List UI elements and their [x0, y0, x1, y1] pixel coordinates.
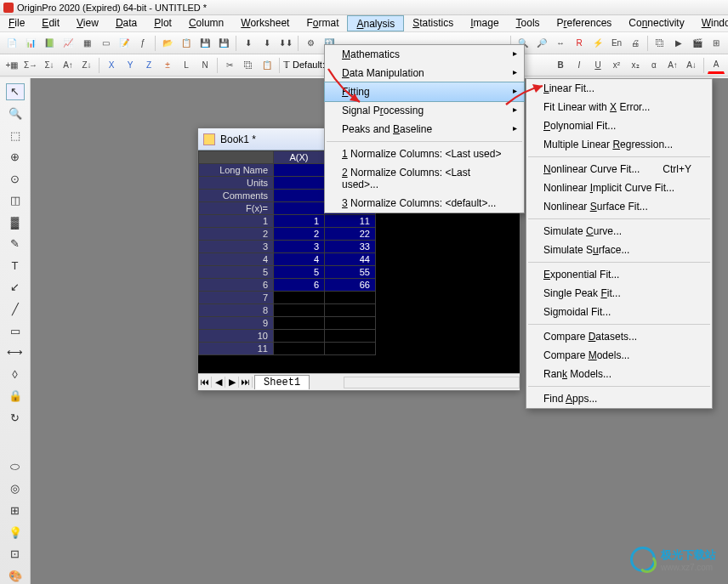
nav-first-icon[interactable]: ⏮: [198, 377, 212, 388]
paste-icon[interactable]: 📋: [259, 57, 276, 74]
new-graph-icon[interactable]: 📈: [60, 35, 77, 52]
row-3[interactable]: 3: [199, 241, 274, 253]
menu-preferences[interactable]: Preferences: [549, 15, 621, 31]
sort-asc-icon[interactable]: A↑: [60, 57, 77, 74]
row-comments[interactable]: Comments: [199, 190, 274, 202]
menu-statistics[interactable]: Statistics: [404, 15, 462, 31]
stat-cols-icon[interactable]: Σ↓: [41, 57, 58, 74]
col-a-header[interactable]: A(X): [274, 151, 325, 164]
menu-tools[interactable]: Tools: [508, 15, 549, 31]
menu-fitting[interactable]: Fitting: [324, 82, 525, 102]
rotate-tool-icon[interactable]: ↻: [6, 409, 25, 426]
import-multi-icon[interactable]: ⬇⬇: [277, 35, 294, 52]
new-project-icon[interactable]: 📄: [3, 35, 20, 52]
draw-data-icon[interactable]: ✎: [6, 235, 25, 252]
increase-font-icon[interactable]: A↑: [664, 57, 681, 74]
font-color-icon[interactable]: A: [708, 57, 725, 74]
set-y-icon[interactable]: Y: [122, 57, 139, 74]
sigmoidal-fit[interactable]: Sigmoidal Fit...: [526, 303, 712, 321]
row-6[interactable]: 6: [199, 279, 274, 292]
data-reader-icon[interactable]: ⊕: [6, 149, 25, 166]
rank-models[interactable]: Rank Models...: [526, 365, 712, 383]
simulate-surface[interactable]: Simulate Surface...: [526, 241, 712, 259]
new-workbook-icon[interactable]: 📊: [22, 35, 39, 52]
add-column-icon[interactable]: +▦: [3, 57, 20, 74]
nonlinear-curve-fit[interactable]: Nonlinear Curve Fit...Ctrl+Y: [526, 160, 712, 179]
row-units[interactable]: Units: [199, 177, 274, 190]
open-icon[interactable]: 📂: [159, 35, 176, 52]
linear-fit[interactable]: Linear Fit...: [526, 79, 712, 98]
underline-icon[interactable]: U: [589, 57, 606, 74]
3d-contour-icon[interactable]: ◎: [6, 480, 25, 497]
polynomial-fit[interactable]: Polynomial Fit...: [526, 116, 712, 135]
menu-view[interactable]: View: [68, 15, 107, 31]
italic-icon[interactable]: I: [571, 57, 588, 74]
menu-recent-2[interactable]: 2 Normalize Columns: <Last used>...: [325, 163, 524, 194]
menu-recent-1[interactable]: 1 Normalize Columns: <Last used>: [325, 145, 524, 163]
slideshow-icon[interactable]: ▶: [670, 35, 687, 52]
row-fx[interactable]: F(x)=: [199, 202, 274, 215]
region-mask-icon[interactable]: ▓: [6, 214, 25, 231]
set-x-icon[interactable]: X: [103, 57, 120, 74]
import-wizard-icon[interactable]: ⬇: [240, 35, 257, 52]
menu-data[interactable]: Data: [107, 15, 145, 31]
exponential-fit[interactable]: Exponential Fit...: [526, 265, 712, 284]
en-icon[interactable]: En: [608, 35, 625, 52]
set-z-icon[interactable]: Z: [140, 57, 157, 74]
subscript-icon[interactable]: x₂: [627, 57, 644, 74]
3d-rotation-icon[interactable]: ⬭: [6, 459, 25, 476]
open-template-icon[interactable]: 📋: [178, 35, 195, 52]
menu-file[interactable]: File: [0, 15, 33, 31]
row-9[interactable]: 9: [199, 317, 274, 330]
batch-processing-icon[interactable]: ⚙: [302, 35, 319, 52]
nav-last-icon[interactable]: ⏭: [239, 377, 253, 388]
nav-prev-icon[interactable]: ◀: [212, 377, 225, 388]
reader-icon[interactable]: R: [571, 35, 588, 52]
menu-signal-processing[interactable]: Signal Processing: [325, 101, 524, 120]
find-apps[interactable]: Find Apps...: [526, 389, 712, 408]
superscript-icon[interactable]: x²: [608, 57, 625, 74]
row-10[interactable]: 10: [199, 330, 274, 343]
copy-icon[interactable]: ⿻: [240, 57, 257, 74]
print-icon[interactable]: 🖨: [627, 35, 644, 52]
save-icon[interactable]: 💾: [196, 35, 213, 52]
compare-datasets[interactable]: Compare Datasets...: [526, 327, 712, 346]
compare-models[interactable]: Compare Models...: [526, 346, 712, 365]
bold-icon[interactable]: B: [552, 57, 569, 74]
mesh-icon[interactable]: ⊞: [6, 502, 25, 519]
lighting-icon[interactable]: 💡: [6, 524, 25, 541]
text-tool-icon[interactable]: T: [6, 258, 25, 275]
grid-corner[interactable]: [199, 151, 274, 164]
menu-connectivity[interactable]: Connectivity: [620, 15, 692, 31]
zoom-panning-icon[interactable]: 🔍: [6, 105, 25, 122]
code-builder-icon[interactable]: ⚡: [589, 35, 606, 52]
zoom-out-icon[interactable]: 🔎: [533, 35, 550, 52]
menu-worksheet[interactable]: Worksheet: [232, 15, 298, 31]
menu-image[interactable]: Image: [462, 15, 507, 31]
menu-peaks-baseline[interactable]: Peaks and Baseline: [325, 120, 524, 139]
menu-column[interactable]: Column: [180, 15, 232, 31]
menu-mathematics[interactable]: Mathematics: [325, 45, 524, 64]
pointer-icon[interactable]: ↖: [6, 83, 25, 100]
import-single-icon[interactable]: ⬇: [259, 35, 276, 52]
horizontal-scrollbar[interactable]: [344, 377, 520, 388]
nav-next-icon[interactable]: ▶: [225, 377, 239, 388]
set-label-icon[interactable]: L: [178, 57, 195, 74]
new-function-icon[interactable]: ƒ: [134, 35, 151, 52]
scale-tool-icon[interactable]: ⟷: [6, 344, 25, 361]
arrow-tool-icon[interactable]: ↙: [6, 279, 25, 296]
multiple-linear-regression[interactable]: Multiple Linear Regression...: [526, 135, 712, 154]
data-selector-icon[interactable]: ◫: [6, 192, 25, 209]
zoom-region-icon[interactable]: ⬚: [6, 127, 25, 144]
set-yerr-icon[interactable]: ±: [159, 57, 176, 74]
menu-edit[interactable]: Edit: [33, 15, 68, 31]
nonlinear-implicit-curve-fit[interactable]: Nonlinear Implicit Curve Fit...: [526, 179, 712, 197]
row-7[interactable]: 7: [199, 292, 274, 304]
menu-plot[interactable]: Plot: [145, 15, 180, 31]
row-1[interactable]: 1: [199, 215, 274, 228]
rescale-icon[interactable]: ↔: [552, 35, 569, 52]
lock-tool-icon[interactable]: 🔒: [6, 388, 25, 405]
new-matrix-icon[interactable]: ▦: [78, 35, 95, 52]
single-peak-fit[interactable]: Single Peak Fit...: [526, 284, 712, 303]
row-5[interactable]: 5: [199, 266, 274, 279]
